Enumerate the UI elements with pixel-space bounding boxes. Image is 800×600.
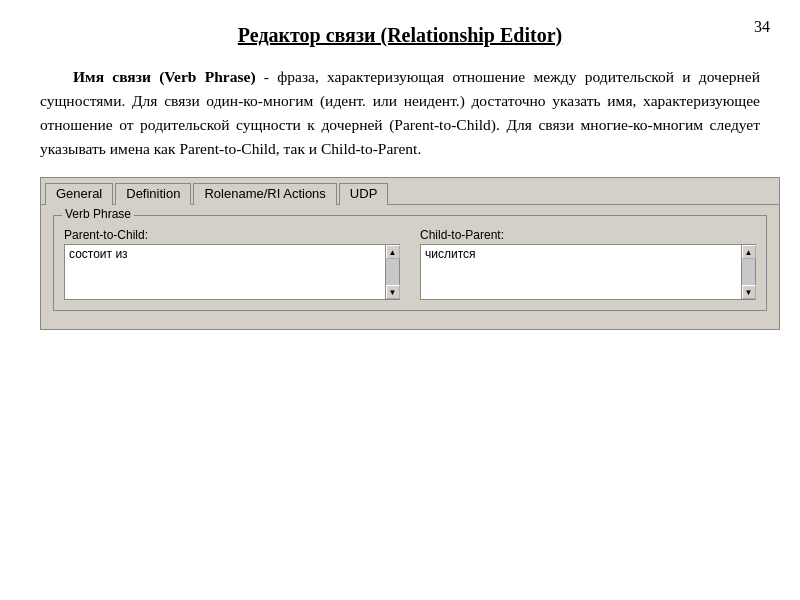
child-to-parent-group: Child-to-Parent: числится ▲ ▼ — [420, 228, 756, 300]
dialog-box: General Definition Rolename/RI Actions U… — [40, 177, 780, 330]
parent-to-child-group: Parent-to-Child: состоит из ▲ ▼ — [64, 228, 400, 300]
scroll-down-arrow[interactable]: ▼ — [386, 285, 400, 299]
group-box-label: Verb Phrase — [62, 207, 134, 221]
fields-row: Parent-to-Child: состоит из ▲ ▼ Child-to… — [64, 228, 756, 300]
verb-phrase-group: Verb Phrase Parent-to-Child: состоит из … — [53, 215, 767, 311]
tab-bar: General Definition Rolename/RI Actions U… — [41, 178, 779, 205]
body-text: Имя связи (Verb Phrase) - фраза, характе… — [40, 65, 760, 161]
child-to-parent-scrollbar: ▲ ▼ — [741, 245, 755, 299]
scroll-track — [386, 259, 399, 285]
parent-to-child-scrollbar: ▲ ▼ — [385, 245, 399, 299]
scroll-track-2 — [742, 259, 755, 285]
parent-to-child-value: состоит из — [65, 245, 385, 299]
page-title: Редактор связи (Relationship Editor) — [40, 24, 760, 47]
parent-to-child-field[interactable]: состоит из ▲ ▼ — [64, 244, 400, 300]
tab-rolename[interactable]: Rolename/RI Actions — [193, 183, 336, 205]
scroll-up-arrow[interactable]: ▲ — [386, 245, 400, 259]
tab-definition[interactable]: Definition — [115, 183, 191, 205]
child-to-parent-label: Child-to-Parent: — [420, 228, 756, 242]
term-bold: Имя связи (Verb Phrase) — [73, 68, 256, 85]
child-to-parent-field[interactable]: числится ▲ ▼ — [420, 244, 756, 300]
tab-general[interactable]: General — [45, 183, 113, 205]
scroll-down-arrow-2[interactable]: ▼ — [742, 285, 756, 299]
tab-udp[interactable]: UDP — [339, 183, 388, 205]
page-number: 34 — [754, 18, 770, 36]
scroll-up-arrow-2[interactable]: ▲ — [742, 245, 756, 259]
tab-content: Verb Phrase Parent-to-Child: состоит из … — [41, 205, 779, 329]
parent-to-child-label: Parent-to-Child: — [64, 228, 400, 242]
page: 34 Редактор связи (Relationship Editor) … — [0, 0, 800, 600]
child-to-parent-value: числится — [421, 245, 741, 299]
